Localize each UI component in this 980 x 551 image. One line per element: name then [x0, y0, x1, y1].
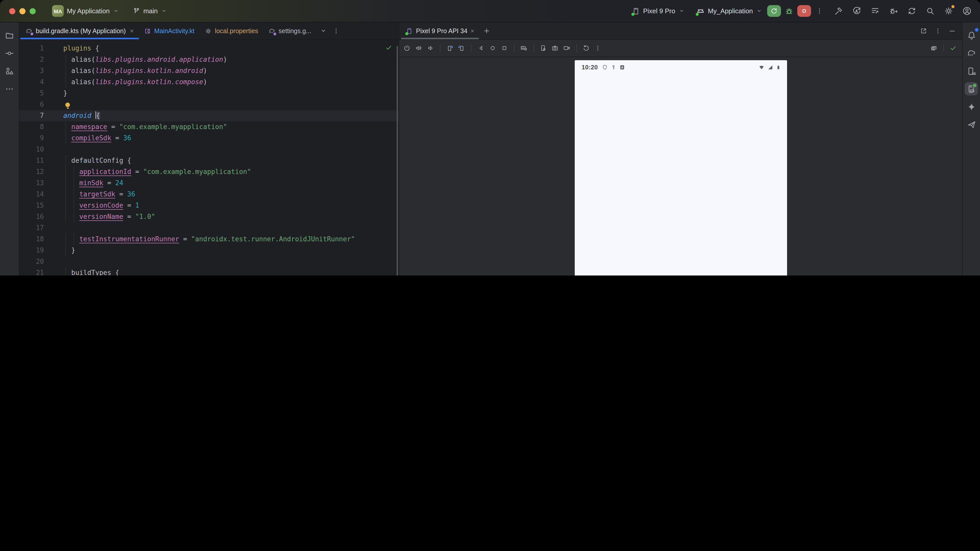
editor-scrollbar[interactable] — [396, 46, 398, 275]
minimize-icon[interactable] — [948, 27, 956, 35]
code-line-4[interactable]: 4 alias(libs.plugins.kotlin.compose) — [19, 76, 399, 88]
code-line-12[interactable]: 12 applicationId = "com.example.myapplic… — [19, 166, 399, 178]
volume-up-icon[interactable] — [414, 43, 424, 53]
sync-a-icon[interactable] — [852, 6, 862, 16]
external-icon[interactable] — [920, 27, 928, 35]
emulator-screen[interactable]: 10:20 Hello Android! — [574, 60, 787, 275]
device-settings-icon[interactable] — [538, 43, 548, 53]
code-line-5[interactable]: 5} — [19, 88, 399, 99]
user-icon[interactable] — [962, 6, 972, 16]
line-number: 12 — [19, 166, 51, 178]
stop-button[interactable] — [797, 5, 811, 17]
line-number: 18 — [19, 233, 51, 245]
titlebar: MA My Application main Pixel 9 Pro My_Ap… — [0, 0, 980, 22]
line-number: 17 — [19, 222, 51, 233]
gradle-icon[interactable] — [965, 46, 978, 60]
signal-icon — [767, 64, 773, 70]
code-line-20[interactable]: 20 — [19, 256, 399, 267]
kotlin-file-icon — [144, 27, 151, 35]
more-run-options-icon[interactable] — [816, 7, 823, 15]
device-tab[interactable]: Pixel 9 Pro API 34 × — [401, 22, 479, 39]
code-area[interactable]: 1plugins {2 alias(libs.plugins.android.a… — [19, 40, 399, 275]
code-line-3[interactable]: 3 alias(libs.plugins.kotlin.android) — [19, 65, 399, 76]
zoom-window-button[interactable] — [30, 8, 36, 14]
sync-loop-icon[interactable] — [907, 6, 917, 16]
tab-mainactivity[interactable]: MainActivity.kt — [139, 22, 200, 39]
code-line-21[interactable]: 21 buildTypes { — [19, 267, 399, 275]
code-line-11[interactable]: 11 defaultConfig { — [19, 155, 399, 166]
line-number: 9 — [19, 133, 51, 144]
structure-icon[interactable] — [3, 64, 16, 78]
code-line-18[interactable]: 18 testInstrumentationRunner = "androidx… — [19, 233, 399, 245]
code-line-7[interactable]: 7android { — [19, 110, 399, 121]
power-icon[interactable] — [402, 43, 412, 53]
screen-search-icon[interactable] — [930, 44, 938, 52]
project-selector[interactable]: MA My Application — [49, 3, 123, 19]
inspections-ok-icon[interactable] — [385, 44, 393, 52]
debug-button[interactable] — [784, 6, 794, 16]
code-line-1[interactable]: 1plugins { — [19, 43, 399, 54]
device-selector[interactable]: Pixel 9 Pro — [629, 5, 688, 17]
running-devices-icon[interactable] — [965, 82, 978, 95]
line-number: 7 — [19, 110, 51, 121]
code-line-2[interactable]: 2 alias(libs.plugins.android.application… — [19, 54, 399, 65]
tab-build-gradle[interactable]: build.gradle.kts (My Application) × — [21, 22, 139, 39]
close-tab-icon[interactable]: × — [471, 27, 474, 35]
rerun-button[interactable] — [767, 5, 781, 17]
more-v-icon[interactable] — [934, 27, 942, 35]
profiler-icon[interactable] — [870, 6, 880, 16]
code-line-15[interactable]: 15 versionCode = 1 — [19, 200, 399, 211]
bug-arrow-icon[interactable] — [889, 6, 898, 16]
reset-icon[interactable] — [581, 43, 591, 53]
minimize-window-button[interactable] — [19, 8, 25, 14]
new-device-tab-button[interactable] — [479, 22, 495, 39]
tab-list-chevron-icon[interactable] — [319, 27, 327, 35]
tab-local-properties[interactable]: local.properties — [200, 22, 263, 39]
right-sidebar — [962, 22, 980, 275]
keyboard-icon[interactable] — [519, 43, 529, 53]
hammer-icon[interactable] — [834, 6, 843, 16]
search-icon[interactable] — [925, 6, 935, 16]
intention-bulb-icon[interactable] — [65, 103, 70, 107]
line-number: 20 — [19, 256, 51, 267]
tab-label: MainActivity.kt — [154, 27, 194, 35]
bell-icon[interactable] — [965, 29, 978, 42]
more-h-icon[interactable] — [3, 82, 16, 95]
close-tab-icon[interactable]: × — [130, 27, 134, 35]
overview-icon[interactable] — [500, 43, 509, 53]
commit-icon[interactable] — [3, 46, 16, 60]
tab-options-icon[interactable] — [332, 27, 340, 35]
volume-down-icon[interactable] — [426, 43, 435, 53]
camera-icon[interactable] — [550, 43, 560, 53]
code-line-14[interactable]: 14 targetSdk = 36 — [19, 189, 399, 200]
tab-settings-gradle[interactable]: settings.g... — [263, 22, 317, 39]
code-line-6[interactable]: 6 — [19, 99, 399, 110]
settings-icon[interactable] — [944, 6, 953, 16]
close-window-button[interactable] — [9, 8, 15, 14]
code-line-19[interactable]: 19 } — [19, 245, 399, 256]
plane-icon[interactable] — [965, 118, 978, 131]
code-line-9[interactable]: 9 compileSdk = 36 — [19, 133, 399, 144]
more-v-icon[interactable] — [593, 43, 603, 53]
gemini-icon[interactable] — [965, 100, 978, 113]
code-line-10[interactable]: 10 — [19, 144, 399, 155]
branch-selector[interactable]: main — [130, 5, 170, 17]
record-icon[interactable] — [562, 43, 572, 53]
rotate-left-icon[interactable] — [445, 43, 455, 53]
code-line-17[interactable]: 17 — [19, 222, 399, 233]
rotate-right-icon[interactable] — [457, 43, 466, 53]
chevron-down-icon — [113, 8, 119, 14]
line-number: 8 — [19, 121, 51, 133]
code-line-8[interactable]: 8 namespace = "com.example.myapplication… — [19, 121, 399, 133]
run-config-selector[interactable]: My_Application — [693, 5, 765, 17]
code-line-16[interactable]: 16 versionName = "1.0" — [19, 211, 399, 222]
code-line-13[interactable]: 13 minSdk = 24 — [19, 178, 399, 189]
line-number: 4 — [19, 76, 51, 88]
line-number: 21 — [19, 267, 51, 275]
folder-icon[interactable] — [3, 29, 16, 42]
device-android-icon[interactable] — [965, 64, 978, 78]
home-icon[interactable] — [488, 43, 498, 53]
titlebar-tool-icons — [834, 6, 972, 16]
line-number: 6 — [19, 99, 51, 110]
back-icon[interactable] — [476, 43, 486, 53]
